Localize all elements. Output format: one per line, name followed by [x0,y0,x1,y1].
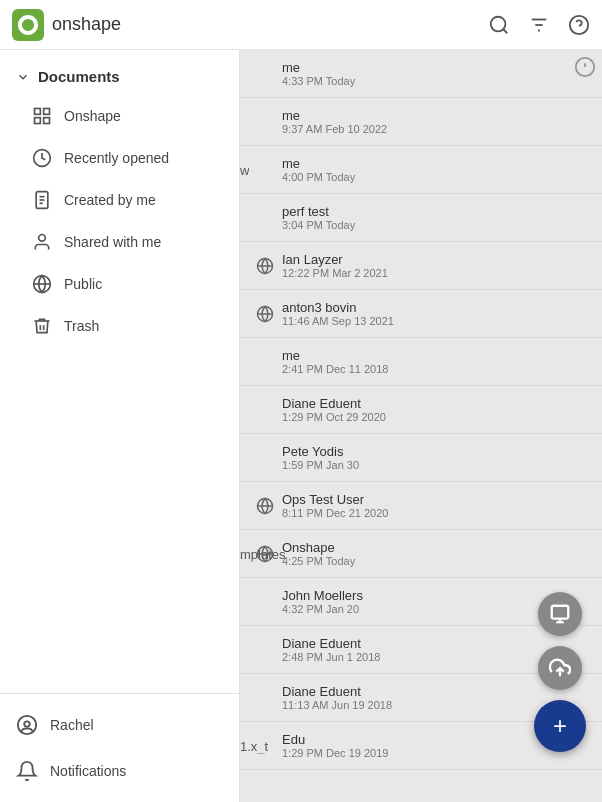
list-item-info: me 9:37 AM Feb 10 2022 [282,108,387,135]
list-item-left: Pete Yodis 1:59 PM Jan 30 [256,444,586,471]
list-item-owner: Diane Eduent [282,636,380,651]
list-item-date: 8:11 PM Dec 21 2020 [282,507,388,519]
list-item[interactable]: perf test 3:04 PM Today [240,194,602,242]
list-item[interactable]: Diane Eduent 1:29 PM Oct 29 2020 [240,386,602,434]
list-item-owner: Pete Yodis [282,444,359,459]
list-item-owner: John Moellers [282,588,363,603]
add-fab-button[interactable]: + [534,700,586,752]
list-item-owner: Onshape [282,540,355,555]
list-item-owner: me [282,108,387,123]
list-item-date: 9:37 AM Feb 10 2022 [282,123,387,135]
export-icon [549,603,571,625]
list-item-owner: anton3 bovin [282,300,394,315]
sidebar-item-public-label: Public [64,276,102,292]
topbar: onshape [0,0,602,50]
list-item-date: 1:59 PM Jan 30 [282,459,359,471]
sidebar-item-shared-with-me[interactable]: Shared with me [0,221,239,263]
sidebar-item-created-by-me-label: Created by me [64,192,156,208]
app-title: onshape [52,14,121,35]
filter-icon[interactable] [528,14,550,36]
profile-label: Rachel [50,717,94,733]
svg-point-1 [491,16,506,31]
list-item-left: Ian Layzer 12:22 PM Mar 2 2021 [256,252,586,279]
sidebar-item-recently-opened-label: Recently opened [64,150,169,166]
svg-line-2 [503,29,507,33]
sidebar-item-shared-with-me-label: Shared with me [64,234,161,250]
list-item-date: 2:48 PM Jun 1 2018 [282,651,380,663]
onshape-logo-icon [12,9,44,41]
list-item-date: 2:41 PM Dec 11 2018 [282,363,388,375]
list-item-info: anton3 bovin 11:46 AM Sep 13 2021 [282,300,394,327]
sidebar-nav: Documents Onshape Recently opened [0,50,239,693]
svg-point-17 [39,235,46,242]
list-item[interactable]: Ian Layzer 12:22 PM Mar 2 2021 [240,242,602,290]
list-item-owner: Ian Layzer [282,252,388,267]
list-item[interactable]: Pete Yodis 1:59 PM Jan 30 [240,434,602,482]
info-badge-icon[interactable] [574,56,596,78]
list-item-left: me 4:33 PM Today [256,60,586,87]
svg-rect-8 [35,109,41,115]
list-item-left: me 9:37 AM Feb 10 2022 [256,108,586,135]
svg-point-20 [18,716,36,734]
document-icon [32,190,52,210]
list-item-info: perf test 3:04 PM Today [282,204,355,231]
list-item-left: Onshape 4:25 PM Today [256,540,586,567]
list-item-info: Diane Eduent 1:29 PM Oct 29 2020 [282,396,386,423]
grid-icon [32,106,52,126]
svg-rect-11 [44,118,50,124]
sidebar-notifications[interactable]: Notifications [0,748,239,794]
sidebar-footer: Rachel Notifications [0,693,239,802]
clock-icon [32,148,52,168]
list-item-date: 1:29 PM Dec 19 2019 [282,747,388,759]
list-item[interactable]: Ops Test User 8:11 PM Dec 21 2020 [240,482,602,530]
list-item-date: 4:00 PM Today [282,171,355,183]
list-item[interactable]: mplates Onshape 4:25 PM Today [240,530,602,578]
list-item-date: 11:13 AM Jun 19 2018 [282,699,392,711]
list-item-owner: Diane Eduent [282,396,386,411]
globe-icon [32,274,52,294]
list-item-owner: me [282,60,355,75]
list-item-info: Edu 1:29 PM Dec 19 2019 [282,732,388,759]
sidebar-item-public[interactable]: Public [0,263,239,305]
list-item-info: Pete Yodis 1:59 PM Jan 30 [282,444,359,471]
list-item-date: 4:25 PM Today [282,555,355,567]
search-icon[interactable] [488,14,510,36]
list-item[interactable]: me 9:37 AM Feb 10 2022 [240,98,602,146]
list-item-date: 4:33 PM Today [282,75,355,87]
sidebar-profile[interactable]: Rachel [0,702,239,748]
upload-fab-button[interactable] [538,646,582,690]
sidebar-item-onshape[interactable]: Onshape [0,95,239,137]
sidebar-item-trash[interactable]: Trash [0,305,239,347]
list-item-info: Ian Layzer 12:22 PM Mar 2 2021 [282,252,388,279]
list-item-date: 11:46 AM Sep 13 2021 [282,315,394,327]
partial-name-text: w [240,162,249,177]
list-item-owner: Diane Eduent [282,684,392,699]
list-item[interactable]: anton3 bovin 11:46 AM Sep 13 2021 [240,290,602,338]
partial-name-text: mplates [240,546,286,561]
person-circle-icon [16,714,38,736]
list-item-info: me 2:41 PM Dec 11 2018 [282,348,388,375]
list-item-left: perf test 3:04 PM Today [256,204,586,231]
list-item-info: Onshape 4:25 PM Today [282,540,355,567]
list-item-date: 4:32 PM Jan 20 [282,603,363,615]
list-item-owner: me [282,156,355,171]
export-fab-button[interactable] [538,592,582,636]
content-area: me 4:33 PM Today me 9:37 AM Feb 10 2022 … [240,50,602,802]
sidebar-item-recently-opened[interactable]: Recently opened [0,137,239,179]
person-icon [32,232,52,252]
list-item-owner: Ops Test User [282,492,388,507]
fab-area: + [534,592,586,752]
logo-area: onshape [12,9,121,41]
help-icon[interactable] [568,14,590,36]
list-item-left: Diane Eduent 1:29 PM Oct 29 2020 [256,396,586,423]
svg-rect-0 [12,9,44,41]
list-item-left: anton3 bovin 11:46 AM Sep 13 2021 [256,300,586,327]
sidebar-item-created-by-me[interactable]: Created by me [0,179,239,221]
main-layout: Documents Onshape Recently opened [0,50,602,802]
sidebar-header-label: Documents [38,68,120,85]
list-item[interactable]: me 4:33 PM Today [240,50,602,98]
list-item[interactable]: me 2:41 PM Dec 11 2018 [240,338,602,386]
list-item[interactable]: w me 4:00 PM Today [240,146,602,194]
svg-rect-9 [44,109,50,115]
sidebar-documents-header[interactable]: Documents [0,58,239,95]
